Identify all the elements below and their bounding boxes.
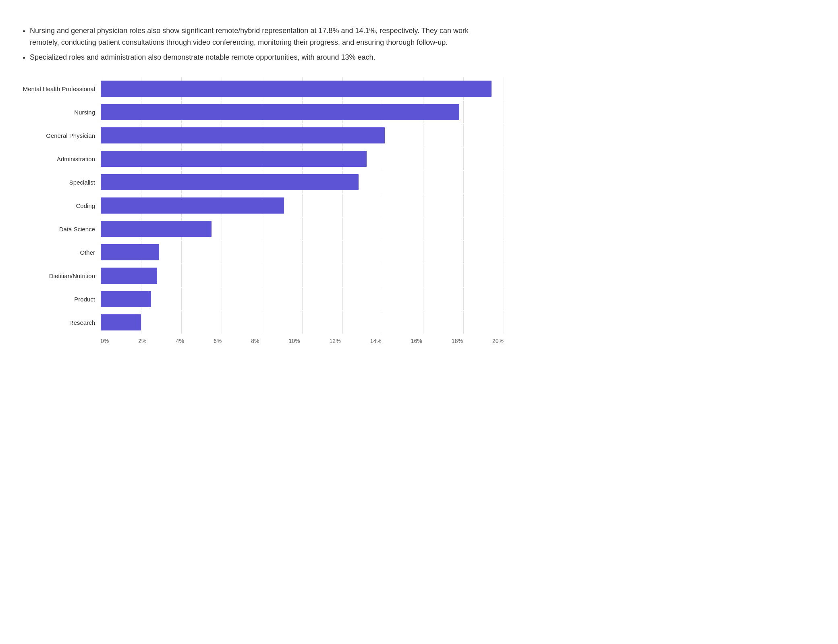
grid-line — [423, 147, 423, 170]
bar-label: Nursing — [20, 109, 101, 116]
bar-fill — [101, 127, 385, 143]
grid-line — [463, 101, 464, 123]
x-axis-label: 4% — [176, 338, 184, 344]
bar-row: Coding — [20, 194, 504, 217]
bar-row: Mental Health Professional — [20, 77, 504, 100]
bar-row: Administration — [20, 147, 504, 170]
bullet-list: Nursing and general physician roles also… — [30, 25, 504, 63]
grid-line — [463, 288, 464, 310]
bar-row: Research — [20, 311, 504, 334]
bar-fill — [101, 291, 151, 307]
grid-line — [302, 218, 303, 240]
bar-label: Dietitian/Nutrition — [20, 272, 101, 279]
grid-line — [262, 218, 262, 240]
grid-line — [463, 194, 464, 217]
x-axis-label: 16% — [411, 338, 422, 344]
bar-row: General Physician — [20, 124, 504, 147]
grid-line — [342, 218, 343, 240]
x-axis-label: 12% — [330, 338, 341, 344]
grid-line — [423, 241, 423, 264]
grid-line — [181, 264, 182, 287]
grid-line — [423, 124, 423, 147]
grid-line — [383, 241, 383, 264]
bar-fill — [101, 104, 459, 120]
bar-row: Specialist — [20, 171, 504, 193]
grid-line — [383, 147, 383, 170]
bar-label: Administration — [20, 156, 101, 162]
grid-line — [222, 311, 222, 334]
grid-line — [141, 311, 141, 334]
bar-row: Nursing — [20, 101, 504, 123]
bar-fill — [101, 314, 141, 330]
bar-label: Research — [20, 319, 101, 326]
grid-line — [222, 288, 222, 310]
x-axis-label: 14% — [370, 338, 382, 344]
bar-label: Other — [20, 249, 101, 256]
grid-line — [463, 311, 464, 334]
grid-line — [504, 124, 504, 147]
bar-fill — [101, 244, 159, 260]
grid-line — [181, 241, 182, 264]
bar-fill — [101, 151, 367, 167]
x-axis-label: 8% — [251, 338, 259, 344]
chart-container: Mental Health ProfessionalNursingGeneral… — [20, 77, 504, 344]
grid-line — [302, 194, 303, 217]
grid-line — [504, 194, 504, 217]
bar-label: Specialist — [20, 179, 101, 186]
grid-line — [222, 241, 222, 264]
bar-fill — [101, 197, 284, 214]
x-axis-label: 0% — [101, 338, 109, 344]
bar-row: Product — [20, 288, 504, 310]
grid-line — [504, 171, 504, 193]
grid-line — [463, 147, 464, 170]
bullet-item-1: Nursing and general physician roles also… — [30, 25, 473, 48]
bar-row: Other — [20, 241, 504, 264]
grid-line — [383, 264, 383, 287]
grid-line — [383, 194, 383, 217]
x-axis-label: 20% — [492, 338, 504, 344]
grid-line — [504, 77, 504, 100]
grid-line — [504, 311, 504, 334]
grid-line — [463, 124, 464, 147]
bar-fill — [101, 174, 359, 190]
bar-label: Product — [20, 296, 101, 303]
grid-line — [423, 194, 423, 217]
grid-line — [383, 218, 383, 240]
grid-line — [463, 264, 464, 287]
grid-line — [383, 171, 383, 193]
grid-line — [262, 311, 262, 334]
bullet-item-2: Specialized roles and administration als… — [30, 52, 473, 63]
grid-line — [504, 288, 504, 310]
x-axis-label: 6% — [214, 338, 222, 344]
grid-line — [423, 264, 423, 287]
grid-line — [302, 241, 303, 264]
grid-line — [423, 311, 423, 334]
grid-line — [342, 264, 343, 287]
x-axis-label: 2% — [138, 338, 146, 344]
grid-line — [342, 194, 343, 217]
bar-fill — [101, 268, 157, 284]
grid-line — [463, 218, 464, 240]
grid-line — [423, 218, 423, 240]
grid-line — [463, 171, 464, 193]
grid-line — [222, 264, 222, 287]
grid-line — [504, 218, 504, 240]
x-axis-label: 18% — [452, 338, 463, 344]
bar-fill — [101, 81, 492, 97]
grid-line — [181, 288, 182, 310]
grid-line — [342, 311, 343, 334]
grid-line — [463, 241, 464, 264]
grid-line — [262, 241, 262, 264]
grid-line — [504, 241, 504, 264]
chart-area: Mental Health ProfessionalNursingGeneral… — [20, 77, 504, 334]
grid-line — [342, 241, 343, 264]
bar-fill — [101, 221, 212, 237]
grid-line — [262, 288, 262, 310]
grid-line — [222, 218, 222, 240]
grid-line — [504, 264, 504, 287]
x-axis-label: 10% — [288, 338, 300, 344]
grid-line — [342, 288, 343, 310]
grid-line — [383, 288, 383, 310]
grid-line — [302, 264, 303, 287]
bar-row: Data Science — [20, 218, 504, 240]
